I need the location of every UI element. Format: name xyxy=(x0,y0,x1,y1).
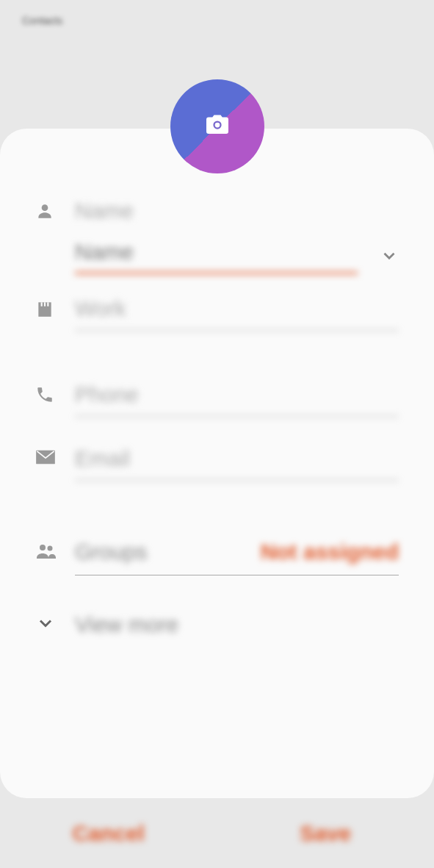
save-button[interactable]: Save xyxy=(217,821,435,846)
work-section: Work xyxy=(35,296,399,331)
contact-form-card: Name Work xyxy=(0,129,434,798)
svg-rect-5 xyxy=(47,302,48,306)
svg-point-1 xyxy=(42,204,48,211)
svg-point-8 xyxy=(48,546,53,551)
camera-icon xyxy=(203,112,232,141)
email-section: Email xyxy=(35,446,399,481)
email-input[interactable]: Email xyxy=(75,446,399,481)
email-icon xyxy=(35,446,59,468)
name-label: Name xyxy=(75,198,399,223)
groups-icon xyxy=(35,539,59,563)
button-bar: Cancel Save xyxy=(0,798,434,868)
person-icon xyxy=(35,198,59,223)
svg-rect-4 xyxy=(44,302,46,306)
header-label: Contacts xyxy=(22,15,62,26)
chevron-down-icon xyxy=(35,613,59,636)
building-icon xyxy=(35,296,59,321)
name-section: Name xyxy=(35,198,399,274)
phone-section: Phone xyxy=(35,382,399,417)
phone-icon xyxy=(35,382,59,407)
view-more-row[interactable]: View more xyxy=(35,612,399,637)
groups-section: Groups Not assigned xyxy=(35,539,399,575)
groups-row[interactable]: Groups Not assigned xyxy=(75,539,399,575)
chevron-down-icon[interactable] xyxy=(380,246,399,268)
phone-input[interactable]: Phone xyxy=(75,382,399,417)
work-input[interactable]: Work xyxy=(75,296,399,331)
avatar-container xyxy=(170,79,264,173)
groups-label: Groups xyxy=(75,539,261,564)
cancel-button[interactable]: Cancel xyxy=(0,821,217,846)
avatar-button[interactable] xyxy=(170,79,264,173)
svg-point-7 xyxy=(40,545,46,550)
name-input[interactable] xyxy=(75,240,358,274)
svg-rect-3 xyxy=(41,302,43,306)
view-more-label: View more xyxy=(75,612,178,637)
groups-value: Not assigned xyxy=(261,539,399,564)
